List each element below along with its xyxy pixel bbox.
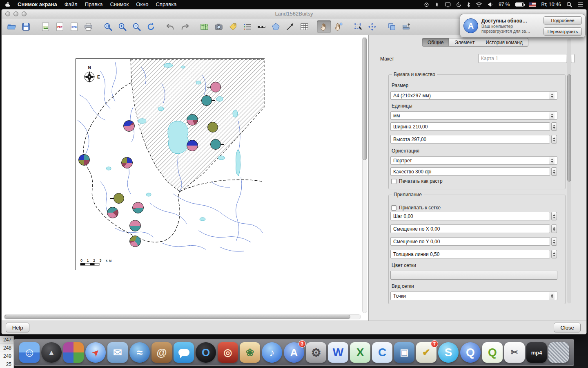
dock-word-icon[interactable]: W <box>328 342 348 363</box>
dock-photo-booth-icon[interactable]: ◎ <box>218 342 238 363</box>
us-flag-icon[interactable] <box>529 2 536 7</box>
dock-mail-icon[interactable]: ✉ <box>107 342 128 363</box>
spotlight-icon[interactable] <box>566 2 572 7</box>
select-item-button[interactable] <box>351 20 365 33</box>
dock-image-viewer-icon[interactable]: ▣ <box>394 342 414 363</box>
grid-style-dropdown[interactable]: Точки <box>390 292 557 300</box>
app-menu-name[interactable]: Снимок экрана <box>14 0 61 9</box>
apple-menu-icon[interactable] <box>5 1 11 8</box>
menu-Правка[interactable]: Правка <box>81 0 107 9</box>
dock-itunes-icon[interactable]: ♪ <box>262 342 282 363</box>
save-button[interactable] <box>19 20 33 33</box>
height-field[interactable]: Высота 297,00 <box>390 135 550 144</box>
notification-dot-icon[interactable] <box>424 2 429 7</box>
panel-scroll-thumb[interactable] <box>567 74 571 182</box>
battery-icon[interactable] <box>515 2 524 7</box>
map-page[interactable]: N E 0 1 2 3 км <box>76 58 265 270</box>
pan-button[interactable] <box>317 20 331 33</box>
offset-y-stepper[interactable] <box>551 237 557 246</box>
composer-canvas[interactable]: N E 0 1 2 3 км <box>2 35 369 321</box>
dock-messages-icon[interactable] <box>174 342 194 363</box>
height-stepper[interactable] <box>551 135 557 144</box>
menubar-clock[interactable]: Вт, 10:46 <box>541 2 561 7</box>
snap-to-grid-checkbox[interactable] <box>391 205 396 211</box>
zoom-out-button[interactable] <box>129 20 144 33</box>
details-button[interactable]: Подробнее <box>543 16 582 25</box>
add-arrow-button[interactable] <box>283 20 297 33</box>
dock-design-tools-icon[interactable]: ✂ <box>504 342 525 363</box>
undo-button[interactable] <box>163 20 178 33</box>
tab-item[interactable]: Элемент <box>449 38 480 47</box>
zoom-in-button[interactable] <box>115 20 129 33</box>
line-width-stepper[interactable] <box>551 250 557 258</box>
print-as-raster-checkbox[interactable] <box>391 179 396 184</box>
dock-iphoto-icon[interactable]: ❀ <box>240 342 260 363</box>
bluetooth-icon[interactable] <box>467 2 470 7</box>
add-table-button[interactable] <box>297 20 312 33</box>
wifi-icon[interactable] <box>476 2 482 7</box>
dock-skype-icon[interactable]: S <box>438 342 459 363</box>
line-width-field[interactable]: Толщина линии 0,50 <box>390 250 550 258</box>
vscroll-thumb[interactable] <box>363 38 367 160</box>
paper-size-dropdown[interactable]: A4 (210x297 мм) <box>390 91 557 100</box>
minimize-window-button[interactable] <box>13 11 18 16</box>
display-icon[interactable] <box>445 2 451 7</box>
menu-Снимок[interactable]: Снимок <box>107 0 133 9</box>
grid-color-well[interactable] <box>390 271 557 280</box>
panel-scrollbar[interactable] <box>567 38 571 303</box>
print-button[interactable] <box>81 20 96 33</box>
dock-qgis-icon[interactable]: Q <box>482 342 503 363</box>
dock-opera-icon[interactable]: O <box>196 342 216 363</box>
raise-items-button[interactable] <box>399 20 413 33</box>
zoom-window-button[interactable] <box>22 11 27 16</box>
refresh-button[interactable] <box>144 20 158 33</box>
add-legend-button[interactable] <box>240 20 254 33</box>
menu-Справка[interactable]: Справка <box>152 0 180 9</box>
dock-trash-icon[interactable] <box>548 342 569 363</box>
offset-x-stepper[interactable] <box>551 224 557 233</box>
dock-excel-icon[interactable]: X <box>350 342 370 363</box>
pin-icon[interactable] <box>434 2 439 7</box>
dock-quicktime-icon[interactable]: Q <box>460 342 481 363</box>
offset-y-field[interactable]: Смещение по Y 0,00 <box>390 237 550 246</box>
quality-stepper[interactable] <box>551 167 557 176</box>
dock-safari-icon[interactable]: ➤ <box>85 342 106 363</box>
units-dropdown[interactable]: мм <box>390 111 557 120</box>
dock-thunderbird-icon[interactable]: ≈ <box>129 342 150 363</box>
add-shape-button[interactable] <box>269 20 283 33</box>
pan-item-button[interactable] <box>331 20 345 33</box>
width-field[interactable]: Ширина 210,00 <box>390 122 550 131</box>
tab-command-history[interactable]: История команд <box>480 38 528 47</box>
canvas-vscrollbar[interactable] <box>362 37 367 313</box>
dock-contacts-icon[interactable]: @ <box>151 342 172 363</box>
open-button[interactable] <box>4 20 19 33</box>
export-pdf-button[interactable]: PDF <box>53 20 67 33</box>
menu-Окно[interactable]: Окно <box>132 0 152 9</box>
add-image-button[interactable] <box>212 20 226 33</box>
group-items-button[interactable] <box>385 20 399 33</box>
dock-c-app-icon[interactable]: C <box>372 342 392 363</box>
add-scalebar-button[interactable] <box>254 20 269 33</box>
dock-finder-icon[interactable]: ☺ <box>19 342 40 363</box>
width-stepper[interactable] <box>551 122 557 131</box>
move-content-button[interactable] <box>365 20 379 33</box>
time-machine-icon[interactable] <box>456 2 461 7</box>
offset-x-field[interactable]: Смещение по X 0,00 <box>390 224 550 233</box>
export-image-button[interactable] <box>38 20 53 33</box>
map-select-dropdown[interactable]: Карта 1 <box>478 54 575 63</box>
dock-app-store-icon[interactable]: A3 <box>284 342 304 363</box>
orientation-dropdown[interactable]: Портрет <box>390 156 557 165</box>
add-map-button[interactable] <box>197 20 212 33</box>
restart-button[interactable]: Перезагрузить <box>543 27 582 36</box>
notification-center-icon[interactable] <box>577 2 583 7</box>
canvas-hscrollbar[interactable] <box>4 314 361 319</box>
hscroll-thumb[interactable] <box>4 315 350 319</box>
dock-launchpad-icon[interactable]: ▲ <box>41 342 62 363</box>
close-window-button[interactable] <box>5 11 10 16</box>
grid-step-field[interactable]: Шаг 0,00 <box>390 212 550 220</box>
dock-system-preferences-icon[interactable]: ⚙ <box>306 342 326 363</box>
export-svg-button[interactable]: SVG <box>67 20 81 33</box>
grid-step-stepper[interactable] <box>551 212 557 220</box>
zoom-full-button[interactable] <box>101 20 115 33</box>
tab-general[interactable]: Общие <box>422 38 449 47</box>
